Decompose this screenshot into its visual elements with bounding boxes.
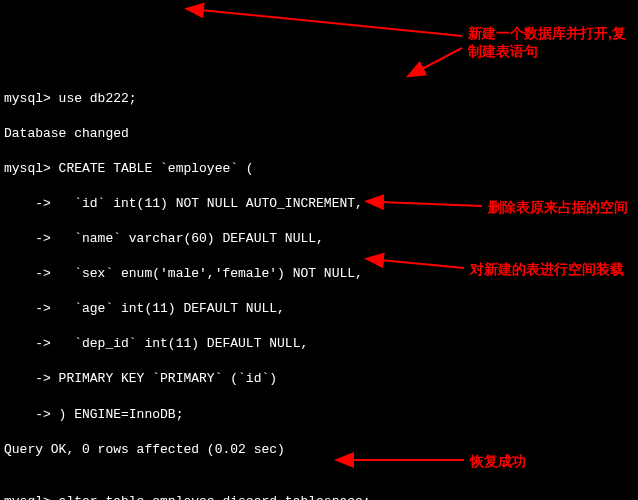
annotation-create-db: 新建一个数据库并打开,复制建表语句	[468, 24, 628, 60]
terminal-line: -> `age` int(11) DEFAULT NULL,	[4, 300, 634, 318]
terminal-line: -> PRIMARY KEY `PRIMARY` (`id`)	[4, 370, 634, 388]
terminal-line: -> `name` varchar(60) DEFAULT NULL,	[4, 230, 634, 248]
svg-line-2	[420, 48, 462, 70]
terminal-line: -> ) ENGINE=InnoDB;	[4, 406, 634, 424]
terminal-line: Database changed	[4, 125, 634, 143]
terminal-line: Query OK, 0 rows affected (0.02 sec)	[4, 441, 634, 459]
terminal-line: mysql> use db222;	[4, 90, 634, 108]
terminal-line: mysql> alter table employee discard tabl…	[4, 493, 634, 500]
annotation-discard-tablespace: 删除表原来占据的空间	[488, 198, 628, 216]
annotation-import-tablespace: 对新建的表进行空间装载	[470, 260, 624, 278]
terminal-line: -> `dep_id` int(11) DEFAULT NULL,	[4, 335, 634, 353]
terminal-line: mysql> CREATE TABLE `employee` (	[4, 160, 634, 178]
svg-line-1	[200, 10, 462, 36]
terminal-output: mysql> use db222; Database changed mysql…	[0, 70, 638, 500]
annotation-success: 恢复成功	[470, 452, 526, 470]
